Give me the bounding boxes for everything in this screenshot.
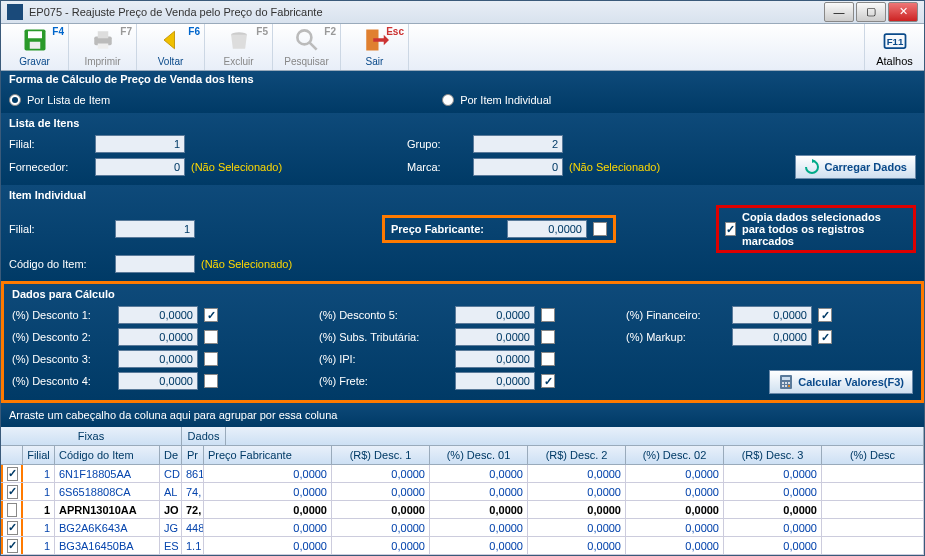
app-icon (7, 4, 23, 20)
cell-filial: 1 (23, 537, 55, 554)
grid: Arraste um cabeçalho da coluna aqui para… (1, 403, 924, 555)
band-fixas[interactable]: Fixas (1, 427, 182, 445)
col-filial[interactable]: Filial (23, 446, 55, 464)
row-check[interactable] (1, 519, 23, 536)
col-p02[interactable]: (%) Desc. 02 (626, 446, 724, 464)
excluir-button[interactable]: F5 Excluir (205, 24, 273, 70)
cell-codigo: BG3A16450BA (55, 537, 160, 554)
cell-filial: 1 (23, 501, 55, 518)
d1-input[interactable] (118, 306, 198, 324)
grid-body[interactable]: 16N1F18805AACD8610,00000,00000,00000,000… (1, 465, 924, 555)
band-dados[interactable]: Dados (182, 427, 226, 445)
minimize-button[interactable]: — (824, 2, 854, 22)
fornecedor-input[interactable] (95, 158, 185, 176)
imprimir-button[interactable]: F7 Imprimir (69, 24, 137, 70)
table-row[interactable]: 1BG3A16450BAES1.10,00000,00000,00000,000… (1, 537, 924, 555)
d5-label: (%) Desconto 5: (319, 309, 449, 321)
cell-p03 (822, 519, 924, 536)
frete-check[interactable] (541, 374, 555, 388)
cell-pr: 74, (182, 483, 204, 500)
table-row[interactable]: 1BG2A6K643AJG4480,00000,00000,00000,0000… (1, 519, 924, 537)
col-pr[interactable]: Pr (182, 446, 204, 464)
d3-input[interactable] (118, 350, 198, 368)
cell-pf: 0,0000 (204, 483, 332, 500)
subs-check[interactable] (541, 330, 555, 344)
pesquisar-button[interactable]: F2 Pesquisar (273, 24, 341, 70)
svg-point-7 (297, 31, 311, 45)
markup-input[interactable] (732, 328, 812, 346)
col-rs1[interactable]: (R$) Desc. 1 (332, 446, 430, 464)
col-p01[interactable]: (%) Desc. 01 (430, 446, 528, 464)
grupo-input[interactable] (473, 135, 563, 153)
ipi-check[interactable] (541, 352, 555, 366)
col-rs3[interactable]: (R$) Desc. 3 (724, 446, 822, 464)
d4-check[interactable] (204, 374, 218, 388)
frete-input[interactable] (455, 372, 535, 390)
item-filial-input[interactable] (115, 220, 195, 238)
precofab-input[interactable] (507, 220, 587, 238)
ipi-label: (%) IPI: (319, 353, 449, 365)
dados-panel: Dados para Cálculo (%) Desconto 1: (%) D… (1, 281, 924, 403)
fin-input[interactable] (732, 306, 812, 324)
d2-check[interactable] (204, 330, 218, 344)
col-pf[interactable]: Preço Fabricante (204, 446, 332, 464)
col-rs2[interactable]: (R$) Desc. 2 (528, 446, 626, 464)
carregar-label: Carregar Dados (824, 161, 907, 173)
marca-input[interactable] (473, 158, 563, 176)
col-codigo[interactable]: Código do Item (55, 446, 160, 464)
cell-codigo: BG2A6K643A (55, 519, 160, 536)
imprimir-label: Imprimir (84, 56, 120, 67)
item-legend: Item Individual (9, 189, 916, 201)
voltar-button[interactable]: F6 Voltar (137, 24, 205, 70)
markup-check[interactable] (818, 330, 832, 344)
cell-codigo: 6S6518808CA (55, 483, 160, 500)
voltar-label: Voltar (158, 56, 184, 67)
save-icon (21, 26, 49, 54)
col-de[interactable]: De (160, 446, 182, 464)
precofab-check[interactable] (593, 222, 607, 236)
markup-label: (%) Markup: (626, 331, 726, 343)
d5-check[interactable] (541, 308, 555, 322)
carregar-dados-button[interactable]: Carregar Dados (795, 155, 916, 179)
d2-input[interactable] (118, 328, 198, 346)
subs-input[interactable] (455, 328, 535, 346)
svg-point-15 (785, 382, 787, 384)
cell-p03 (822, 465, 924, 482)
close-button[interactable]: ✕ (888, 2, 918, 22)
por-lista-label: Por Lista de Item (27, 94, 110, 106)
d3-check[interactable] (204, 352, 218, 366)
gravar-button[interactable]: F4 Gravar (1, 24, 69, 70)
subs-label: (%) Subs. Tributária: (319, 331, 449, 343)
codigo-input[interactable] (115, 255, 195, 273)
table-row[interactable]: 16S6518808CAAL74,0,00000,00000,00000,000… (1, 483, 924, 501)
row-check[interactable] (1, 501, 23, 518)
por-item-label: Por Item Individual (460, 94, 551, 106)
maximize-button[interactable]: ▢ (856, 2, 886, 22)
copia-check[interactable] (725, 222, 736, 236)
cell-rs3: 0,0000 (724, 483, 822, 500)
col-p03[interactable]: (%) Desc (822, 446, 924, 464)
row-check[interactable] (1, 483, 23, 500)
svg-rect-13 (782, 377, 790, 380)
table-row[interactable]: 16N1F18805AACD8610,00000,00000,00000,000… (1, 465, 924, 483)
filial-input[interactable] (95, 135, 185, 153)
por-item-radio[interactable] (442, 94, 454, 106)
d4-input[interactable] (118, 372, 198, 390)
svg-point-19 (788, 385, 790, 387)
row-check[interactable] (1, 465, 23, 482)
preco-fabricante-group: Preço Fabricante: (382, 215, 616, 243)
d5-input[interactable] (455, 306, 535, 324)
ipi-input[interactable] (455, 350, 535, 368)
atalhos-button[interactable]: F11 Atalhos (864, 24, 924, 70)
col-check[interactable] (1, 446, 23, 464)
row-check[interactable] (1, 537, 23, 554)
cell-rs2: 0,0000 (528, 483, 626, 500)
d1-check[interactable] (204, 308, 218, 322)
d1-label: (%) Desconto 1: (12, 309, 112, 321)
svg-point-16 (788, 382, 790, 384)
por-lista-radio[interactable] (9, 94, 21, 106)
calcular-button[interactable]: Calcular Valores(F3) (769, 370, 913, 394)
fin-check[interactable] (818, 308, 832, 322)
sair-button[interactable]: Esc Sair (341, 24, 409, 70)
table-row[interactable]: 1APRN13010AAJO72,0,00000,00000,00000,000… (1, 501, 924, 519)
